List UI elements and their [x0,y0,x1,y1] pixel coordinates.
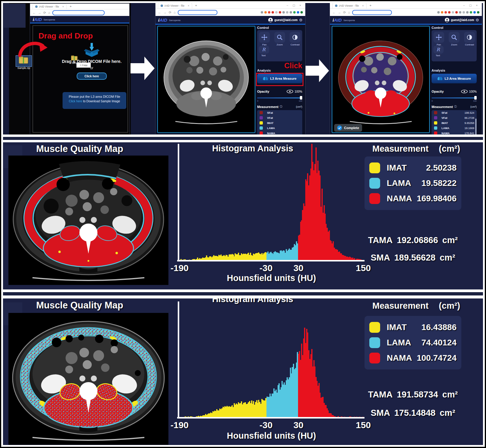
back-icon[interactable]: ← [32,11,36,14]
url-bar[interactable] [352,10,392,15]
pan-button[interactable] [259,32,270,43]
reload-icon[interactable]: ⟳ [343,11,346,14]
url-bar[interactable] [52,10,105,15]
account-email: guest@iaid.com [451,18,474,22]
opacity-slider[interactable] [432,97,477,98]
dropzone-content: Drag & Drop DICOM File here. or Click he… [57,42,126,80]
brain-icon [437,76,442,81]
forward-icon[interactable]: → [38,11,41,14]
slider-range-labels: 0100 [432,100,477,102]
row-separator [3,134,483,142]
new-tab-button[interactable]: + [70,5,72,8]
browser-tab[interactable]: iAID Viewer - file × [332,2,367,8]
info-icon[interactable]: ⓘ [280,105,282,109]
analysis-section-title: Analysis [432,69,445,72]
home-icon[interactable]: ⌂ [174,11,176,14]
x-tick-label: -30 [260,420,272,430]
extension-icons[interactable] [437,11,479,14]
extension-icons[interactable] [261,11,303,14]
tama-total: TAMA191.58734cm² [364,390,461,400]
measurement-title: Measurement [372,301,429,311]
account-area[interactable]: guest@iaid.com ⚙ [268,18,303,22]
nama-chip [369,193,380,204]
window-controls[interactable]: – ▢ × [463,4,479,7]
slider-thumb[interactable] [300,96,302,100]
back-icon[interactable]: ← [332,11,336,14]
slider-thumb[interactable] [474,96,477,100]
ct-image-panel[interactable]: Complete [332,26,430,133]
iaid-logo: iAID [158,17,167,23]
app-subtitle: Sarcopenia [44,18,55,21]
gear-icon[interactable]: ⚙ [475,18,479,22]
text-button[interactable]: R [433,46,444,54]
browser-tab[interactable]: iAID Viewer - file × [158,2,192,8]
tab-strip: iAID Viewer - file × + – ▢ × [155,2,305,9]
back-icon[interactable]: ← [158,11,161,14]
l3-area-measure-button[interactable]: L3 Area Measure [257,74,302,83]
desktop-file-sample-zip[interactable]: Sample.zip [14,55,34,71]
click-here-button[interactable]: Click here [77,73,107,80]
tama-total: TAMA192.06866cm² [364,235,461,245]
measurement-header: Measurement (cm²) [372,301,460,311]
lama-chip [260,126,263,130]
svg-text:R: R [262,47,266,52]
reload-icon[interactable]: ⟳ [43,11,46,15]
check-icon [337,125,342,130]
zoom-button[interactable] [274,32,285,43]
opacity-value: 100% [294,90,302,93]
zoom-button[interactable] [449,32,460,43]
desktop-artifact [4,4,26,28]
forward-icon[interactable]: → [338,11,341,14]
tool-label: Zoom [274,43,285,46]
pan-icon [435,34,442,41]
vfat-chip [260,116,263,119]
tool-label: Contrast [464,43,475,46]
tab-title: iAID Viewer - file [39,5,59,8]
opacity-slider[interactable] [257,97,302,98]
opacity-value: 100% [469,90,477,93]
legend-row-sfat: SFat [257,110,302,115]
tool-label: Text [258,54,269,57]
control-sidebar: Control Pan Zoom Contrast R Text An [257,26,302,133]
account-area[interactable]: guest@iaid.com ⚙ [445,18,479,22]
contrast-button[interactable] [290,32,300,43]
contrast-button[interactable] [464,32,475,43]
text-button[interactable]: R [259,46,269,54]
url-bar[interactable] [178,10,217,15]
home-icon[interactable]: ⌂ [348,11,350,14]
zip-file-icon [19,56,28,64]
window-controls[interactable]: – ▢ × [287,4,303,7]
browser-tab[interactable]: iAID Viewer - file × [32,4,67,9]
l3-area-measure-button[interactable]: L3 Area Measure [432,74,477,83]
download-sample-link[interactable]: Click here [69,100,82,103]
tool-label: Contrast [290,43,300,46]
reload-icon[interactable]: ⟳ [169,11,171,14]
opacity-row: Opacity 100% [257,90,302,93]
close-tab-icon[interactable]: × [188,4,189,7]
measurement-row-nama: NAMA100.74724 [369,350,457,366]
pan-button[interactable] [433,32,444,43]
new-tab-button[interactable]: + [370,4,371,7]
home-icon[interactable]: ⌂ [48,11,50,14]
x-tick-row: -190-3030150 [180,420,363,432]
sample-info-box: Please put the L3 area DICOM File Click … [63,92,126,109]
gear-icon[interactable]: ⚙ [299,18,303,22]
copy-tooltip: + Copy [76,63,91,68]
opacity-label: Opacity [432,90,444,93]
new-tab-button[interactable]: + [195,4,197,7]
app-subtitle: Sarcopenia [343,19,355,22]
info-icon[interactable]: ⓘ [454,105,457,109]
forward-icon[interactable]: → [163,11,167,14]
opacity-label: Opacity [257,90,269,93]
measurement-row-imat: IMAT2.50238 [369,160,457,175]
close-tab-icon[interactable]: × [362,4,364,7]
measurement-title: Measurement [432,105,453,109]
measurement-row-lama: LAMA19.58222 [369,175,457,191]
legend-scrollbar[interactable] [475,119,476,135]
close-tab-icon[interactable]: × [62,5,64,8]
browser-window-viewer: iAID Viewer - file × + – ▢ × ← → ⟳ ⌂ iAI… [155,2,305,134]
lama-chip [369,178,380,189]
l3-button-label: L3 Area Measure [270,77,297,80]
ct-image-panel[interactable] [157,26,255,133]
workflow-arrow-icon [306,59,329,82]
